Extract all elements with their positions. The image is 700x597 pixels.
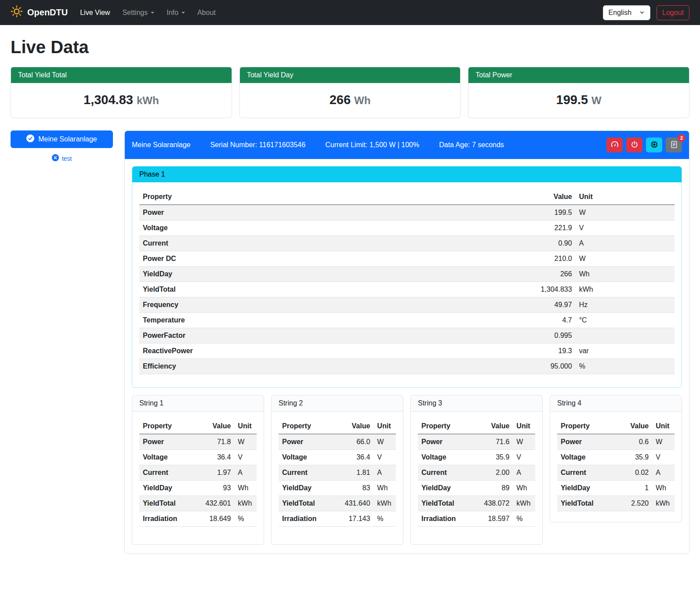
summary-cards: Total Yield Total 1,304.83kWh Total Yiel… (11, 67, 689, 118)
cell-value: 1 (620, 481, 652, 496)
cell-value: 266 (434, 267, 576, 282)
chevron-down-icon (181, 12, 185, 14)
phase-body: Property Value Unit Power199.5WVoltage22… (132, 182, 682, 387)
table-row: Power66.0W (279, 434, 396, 450)
power-toggle-button[interactable] (626, 137, 642, 152)
cell-property: Current (418, 465, 481, 481)
sun-icon (11, 5, 23, 20)
table-row: Power0.6W (557, 434, 675, 450)
table-row: Voltage36.4V (279, 450, 396, 465)
cell-value: 221.9 (434, 221, 576, 236)
cell-value: 36.4 (341, 450, 374, 465)
language-select[interactable]: English (603, 5, 650, 20)
column-unit: Unit (374, 419, 396, 434)
string-body: Property Value Unit Power0.6WVoltage35.9… (550, 412, 682, 522)
column-value: Value (202, 419, 235, 434)
string-body: Property Value Unit Power71.6WVoltage35.… (411, 412, 542, 544)
table-row: Current2.00A (418, 465, 535, 481)
device-info-button[interactable] (646, 137, 662, 152)
card-body: 1,304.83kWh (11, 83, 232, 118)
total-yield-day-card: Total Yield Day 266Wh (239, 67, 461, 118)
nav-about[interactable]: About (197, 9, 216, 17)
nav-live-view[interactable]: Live View (80, 9, 110, 17)
table-row: Irradiation18.649% (139, 511, 257, 527)
limit-settings-button[interactable] (606, 137, 623, 152)
table-row: PowerFactor0.995 (139, 328, 675, 344)
inverter-actions: 2 (606, 137, 682, 152)
nav-info-label: Info (167, 9, 178, 17)
card-title: Total Power (468, 67, 689, 83)
cell-unit: kWh (576, 282, 675, 297)
table-row: YieldDay266Wh (139, 267, 675, 282)
cell-value: 1,304.833 (434, 282, 576, 297)
column-property: Property (557, 419, 620, 434)
card-body: 266Wh (240, 83, 461, 118)
cell-value: 0.995 (434, 328, 576, 344)
table-row: YieldTotal1,304.833kWh (139, 282, 675, 297)
cell-unit: % (374, 511, 396, 527)
navbar-right: English Logout (603, 5, 689, 20)
nav-settings[interactable]: Settings (122, 9, 154, 17)
column-unit: Unit (513, 419, 535, 434)
cell-value: 49.97 (434, 297, 576, 313)
table-header-row: Property Value Unit (557, 419, 675, 434)
table-row: Irradiation18.597% (418, 511, 535, 527)
table-row: Power71.6W (418, 434, 535, 450)
inverter-name: Meine Solaranlage (132, 141, 190, 149)
table-row: Current0.02A (557, 465, 675, 481)
cell-value: 71.6 (481, 434, 513, 450)
table-row: Power199.5W (139, 205, 675, 221)
inverter-selected-button[interactable]: Meine Solaranlage (11, 130, 113, 148)
event-log-button[interactable]: 2 (666, 137, 682, 152)
cell-property: Voltage (418, 450, 481, 465)
table-row: Current0.90A (139, 236, 675, 251)
table-row: YieldDay83Wh (279, 481, 396, 496)
table-row: Voltage35.9V (418, 450, 535, 465)
cell-property: Power DC (139, 251, 434, 267)
cell-unit: Wh (652, 481, 675, 496)
table-row: Voltage35.9V (557, 450, 675, 465)
cell-unit: kWh (234, 496, 257, 511)
cell-value: 1.81 (341, 465, 374, 481)
inverter-sidebar: Meine Solaranlage test (11, 130, 113, 163)
table-row: Efficiency95.000% (139, 359, 675, 374)
cpu-icon (650, 141, 658, 150)
event-count-badge: 2 (678, 134, 685, 142)
cell-property: ReactivePower (139, 344, 434, 359)
cell-value: 66.0 (341, 434, 374, 450)
table-header-row: Property Value Unit (279, 419, 396, 434)
table-row: YieldTotal431.640kWh (279, 496, 396, 511)
logout-button[interactable]: Logout (656, 5, 689, 20)
brand[interactable]: OpenDTU (11, 5, 68, 20)
cell-value: 71.8 (202, 434, 235, 450)
cell-property: Current (279, 465, 341, 481)
cell-property: PowerFactor (139, 328, 434, 344)
cell-unit: A (652, 465, 675, 481)
phase-title: Phase 1 (132, 166, 682, 182)
nav-info[interactable]: Info (167, 9, 185, 17)
cell-property: Power (279, 434, 341, 450)
string-2-card: String 2 Property Value Unit (271, 395, 403, 545)
cell-value: 95.000 (434, 359, 576, 374)
cell-value: 0.6 (620, 434, 652, 450)
cell-value: 4.7 (434, 313, 576, 328)
cell-unit: Wh (513, 481, 535, 496)
cell-property: YieldTotal (279, 496, 341, 511)
inverter-panel: Meine Solaranlage Serial Number: 1161716… (124, 130, 689, 554)
string-title: String 1 (132, 395, 264, 412)
cell-property: Temperature (139, 313, 434, 328)
page: OpenDTU Live View Settings Info About En… (0, 0, 700, 597)
inverter-item-test[interactable]: test (11, 154, 113, 163)
cell-unit: V (652, 450, 675, 465)
phase-card: Phase 1 Property Value Unit (132, 166, 682, 388)
cell-value: 93 (202, 481, 235, 496)
table-row: Current1.81A (279, 465, 396, 481)
power-icon (631, 141, 638, 150)
cell-unit: W (576, 251, 675, 267)
inverter-panel-body: Phase 1 Property Value Unit (125, 159, 689, 554)
table-row: Power DC210.0W (139, 251, 675, 267)
column-property: Property (418, 419, 481, 434)
card-body: 199.5W (468, 83, 689, 118)
cell-value: 17.143 (341, 511, 374, 527)
column-value: Value (341, 419, 374, 434)
